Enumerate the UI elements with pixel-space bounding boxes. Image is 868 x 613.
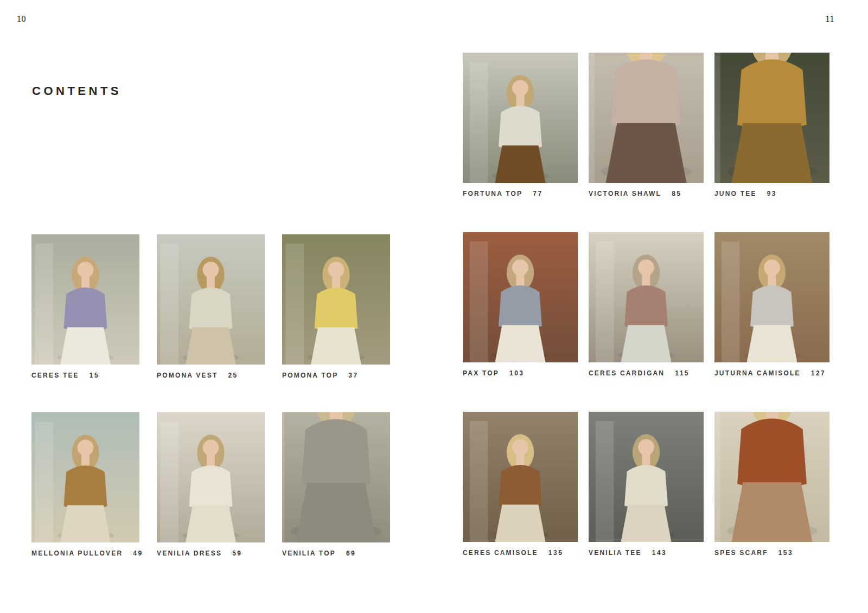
page-number-right: 11 — [826, 14, 834, 24]
pattern-page-ref: 153 — [778, 549, 794, 557]
pattern-photo — [463, 53, 578, 183]
pattern-name: VICTORIA SHAWL — [589, 190, 661, 197]
pattern-photo — [31, 234, 139, 365]
pattern-photo — [282, 412, 390, 542]
pattern-photo — [589, 232, 704, 362]
toc-entry-fortuna-top: FORTUNA TOP 77 — [463, 53, 578, 197]
pattern-page-ref: 77 — [533, 190, 542, 197]
pattern-photo — [714, 412, 829, 542]
toc-entry-spes-scarf: SPES SCARF 153 — [714, 412, 829, 557]
pattern-name: SPES SCARF — [714, 549, 768, 557]
toc-grid-right-page: FORTUNA TOP 77 VICTORIA SHAWL 85 — [463, 53, 829, 557]
pattern-page-ref: 135 — [548, 549, 564, 557]
toc-entry-juturna-camisole: JUTURNA CAMISOLE 127 — [714, 232, 829, 377]
toc-entry-ceres-tee: CERES TEE 15 — [31, 234, 139, 379]
pattern-page-ref: 49 — [133, 550, 143, 557]
toc-entry-pax-top: PAX TOP 103 — [463, 232, 578, 377]
toc-entry-venilia-top: VENILIA TOP 69 — [282, 412, 390, 557]
toc-entry-ceres-cardigan: CERES CARDIGAN 115 — [589, 232, 704, 377]
person-illustration — [157, 244, 265, 365]
pattern-photo — [589, 53, 704, 183]
pattern-page-ref: 93 — [767, 190, 777, 197]
pattern-photo — [714, 53, 829, 183]
pattern-name: CERES TEE — [31, 372, 79, 379]
toc-entry-venilia-tee: VENILIA TEE 143 — [589, 412, 704, 557]
person-illustration — [589, 421, 704, 542]
pattern-name: CERES CARDIGAN — [589, 369, 665, 377]
pattern-name: FORTUNA TOP — [463, 190, 522, 197]
pattern-name: POMONA TOP — [282, 372, 338, 379]
toc-entry-pomona-vest: POMONA VEST 25 — [157, 234, 265, 379]
pattern-name: MELLONIA PULLOVER — [31, 550, 123, 557]
pattern-page-ref: 143 — [652, 549, 667, 557]
pattern-photo — [157, 234, 265, 365]
pattern-photo — [31, 412, 139, 542]
page-number-left: 10 — [17, 14, 26, 24]
toc-grid-left-page: CERES TEE 15 POMONA VEST 25 — [31, 234, 390, 557]
contents-heading: CONTENTS — [32, 84, 122, 98]
person-illustration — [589, 53, 704, 183]
person-illustration — [463, 241, 578, 362]
person-illustration — [463, 421, 578, 542]
toc-entry-venilia-dress: VENILIA DRESS 59 — [157, 412, 265, 557]
pattern-photo — [463, 412, 578, 542]
person-illustration — [714, 241, 829, 362]
toc-entry-victoria-shawl: VICTORIA SHAWL 85 — [589, 53, 704, 197]
pattern-page-ref: 59 — [232, 550, 242, 557]
person-illustration — [463, 62, 578, 183]
pattern-page-ref: 37 — [348, 372, 358, 379]
person-illustration — [714, 53, 829, 183]
pattern-name: PAX TOP — [463, 369, 499, 377]
pattern-page-ref: 25 — [228, 372, 238, 379]
person-illustration — [31, 244, 139, 365]
toc-entry-ceres-camisole: CERES CAMISOLE 135 — [463, 412, 578, 557]
pattern-name: VENILIA DRESS — [157, 550, 222, 557]
toc-entry-mellonia-pullover: MELLONIA PULLOVER 49 — [31, 412, 139, 557]
pattern-photo — [157, 412, 265, 542]
pattern-name: VENILIA TEE — [589, 549, 642, 557]
pattern-name: JUNO TEE — [714, 190, 757, 197]
toc-entry-pomona-top: POMONA TOP 37 — [282, 234, 390, 379]
pattern-page-ref: 85 — [672, 190, 681, 197]
pattern-page-ref: 115 — [675, 369, 690, 377]
pattern-page-ref: 69 — [346, 550, 356, 557]
pattern-photo — [463, 232, 578, 362]
pattern-page-ref: 103 — [509, 369, 525, 377]
pattern-page-ref: 127 — [811, 369, 826, 377]
pattern-photo — [589, 412, 704, 542]
person-illustration — [31, 422, 139, 542]
pattern-name: JUTURNA CAMISOLE — [714, 369, 801, 377]
person-illustration — [157, 422, 265, 542]
person-illustration — [282, 244, 390, 365]
pattern-name: POMONA VEST — [157, 372, 218, 379]
person-illustration — [714, 412, 829, 542]
toc-entry-juno-tee: JUNO TEE 93 — [714, 53, 829, 197]
person-illustration — [282, 412, 390, 542]
person-illustration — [589, 241, 704, 362]
pattern-page-ref: 15 — [90, 372, 99, 379]
pattern-photo — [714, 232, 829, 362]
pattern-name: CERES CAMISOLE — [463, 549, 538, 557]
pattern-photo — [282, 234, 390, 365]
pattern-name: VENILIA TOP — [282, 550, 336, 557]
